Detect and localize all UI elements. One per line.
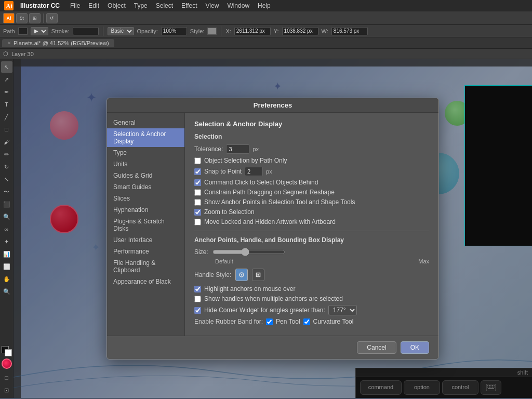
rect-tool[interactable]: □	[1, 124, 12, 135]
red-circle-indicator	[2, 358, 12, 369]
pref-item-user-interface[interactable]: User Interface	[107, 234, 184, 246]
x-input[interactable]	[234, 27, 271, 35]
menu-window[interactable]: Window	[223, 1, 253, 10]
rubber-band-row: Enable Rubber Band for: Pen Tool Curvatu…	[194, 318, 429, 325]
rotate-tool[interactable]: ↻	[1, 161, 12, 172]
pref-selection-subtitle: Selection	[194, 133, 429, 140]
show-handles-label[interactable]: Show handles when multiple anchors are s…	[204, 295, 343, 302]
menu-edit[interactable]: Edit	[85, 1, 103, 10]
handle-style-btn-2[interactable]	[252, 269, 264, 281]
menu-select[interactable]: Select	[152, 1, 177, 10]
menu-view[interactable]: View	[202, 1, 223, 10]
pen-tool-label[interactable]: Pen Tool	[276, 318, 300, 325]
blend-tool[interactable]: ∞	[1, 223, 12, 235]
pref-item-general[interactable]: General	[107, 117, 184, 128]
toolbar-btn-1[interactable]: Ai	[3, 13, 15, 23]
curvature-tool-checkbox[interactable]	[303, 318, 310, 325]
pref-item-guides-grid[interactable]: Guides & Grid	[107, 170, 184, 181]
pref-item-performance[interactable]: Performance	[107, 246, 184, 257]
pref-item-plug-ins[interactable]: Plug-ins & Scratch Disks	[107, 216, 184, 234]
highlight-anchors-checkbox[interactable]	[194, 286, 201, 292]
pen-tool-checkbox[interactable]	[266, 318, 273, 325]
constrain-path-label[interactable]: Constrain Path Dragging on Segment Resha…	[204, 189, 335, 196]
highlight-anchors-label[interactable]: Highlight anchors on mouse over	[204, 285, 295, 292]
y-input[interactable]	[282, 27, 318, 35]
document-tab[interactable]: ✕ Planets.ai* @ 41.52% (RGB/Preview)	[2, 39, 114, 47]
eyedropper-tool[interactable]: 🔍	[1, 211, 12, 222]
symbol-tool[interactable]: ✦	[1, 236, 12, 247]
draw-normal-mode[interactable]: □	[1, 372, 12, 383]
menu-object[interactable]: Object	[104, 1, 129, 10]
pref-item-units[interactable]: Units	[107, 158, 184, 170]
menu-help[interactable]: Help	[254, 1, 274, 10]
pref-item-type[interactable]: Type	[107, 147, 184, 158]
show-handles-checkbox[interactable]	[194, 296, 201, 302]
snap-point-row: Snap to Point px	[194, 167, 429, 176]
artboard-tool[interactable]: ⬜	[1, 261, 12, 272]
pref-item-appearance[interactable]: Appearance of Black	[107, 276, 184, 287]
cmd-click-checkbox[interactable]	[194, 179, 201, 186]
fill-swatch[interactable]	[18, 28, 28, 35]
pref-item-file-handling[interactable]: File Handling & Clipboard	[107, 257, 184, 276]
selection-tool[interactable]: ↖	[1, 61, 12, 73]
line-tool[interactable]: ╱	[1, 111, 12, 123]
cancel-button[interactable]: Cancel	[357, 341, 396, 354]
snap-point-checkbox[interactable]	[194, 168, 201, 175]
scale-tool[interactable]: ⤡	[1, 174, 12, 185]
size-label: Size:	[194, 248, 208, 256]
pref-item-smart-guides[interactable]: Smart Guides	[107, 181, 184, 193]
move-locked-label[interactable]: Move Locked and Hidden Artwork with Artb…	[204, 218, 336, 225]
constrain-path-checkbox[interactable]	[194, 189, 201, 196]
corner-angle-select[interactable]: 177° 160° 150°	[328, 305, 357, 315]
gradient-tool[interactable]: ⬛	[1, 198, 12, 210]
zoom-sel-checkbox[interactable]	[194, 209, 201, 216]
obj-sel-path-checkbox[interactable]	[194, 157, 201, 164]
pencil-tool[interactable]: ✏	[1, 149, 12, 160]
menu-effect[interactable]: Effect	[178, 1, 201, 10]
pen-tool[interactable]: ✒	[1, 86, 12, 98]
divider-1	[194, 231, 429, 231]
warp-tool[interactable]: 〜	[1, 186, 12, 197]
stroke-select[interactable]: ▶	[31, 27, 48, 35]
size-slider-row: Size:	[194, 248, 429, 256]
hide-corner-checkbox[interactable]	[194, 307, 201, 314]
snap-point-input[interactable]	[245, 167, 263, 176]
pref-item-slices[interactable]: Slices	[107, 193, 184, 204]
column-graph-tool[interactable]: 📊	[1, 248, 12, 260]
move-locked-checkbox[interactable]	[194, 219, 201, 225]
show-anchor-checkbox[interactable]	[194, 199, 201, 206]
opacity-input[interactable]	[161, 27, 187, 35]
ok-button[interactable]: OK	[401, 341, 429, 354]
pref-item-selection-anchor[interactable]: Selection & Anchor Display	[107, 128, 184, 147]
color-swatches[interactable]	[2, 346, 12, 356]
size-slider[interactable]	[212, 248, 285, 256]
draw-inside-mode[interactable]: ⊡	[1, 384, 12, 396]
hide-corner-label[interactable]: Hide Corner Widget for angles greater th…	[204, 307, 325, 314]
pref-item-hyphenation[interactable]: Hyphenation	[107, 204, 184, 216]
curvature-tool-label[interactable]: Curvature Tool	[313, 318, 354, 325]
zoom-tool[interactable]: 🔍	[1, 286, 12, 297]
stroke-input[interactable]	[73, 27, 99, 35]
menu-type[interactable]: Type	[130, 1, 151, 10]
show-anchor-label[interactable]: Show Anchor Points in Selection Tool and…	[204, 198, 355, 206]
anchor-section-title: Anchor Points, Handle, and Bounding Box …	[194, 236, 429, 244]
type-tool[interactable]: T	[1, 99, 12, 110]
menu-bar: Ai Illustrator CC File Edit Object Type …	[0, 0, 532, 11]
toolbar-btn-3[interactable]: ⊞	[29, 13, 41, 23]
w-input[interactable]	[331, 27, 368, 35]
cmd-click-label[interactable]: Command Click to Select Objects Behind	[204, 179, 318, 186]
direct-selection-tool[interactable]: ↗	[1, 74, 12, 85]
handle-style-btn-1[interactable]	[235, 269, 248, 281]
zoom-sel-label[interactable]: Zoom to Selection	[204, 208, 255, 216]
tab-close[interactable]: ✕	[7, 41, 11, 46]
menu-file[interactable]: File	[66, 1, 84, 10]
highlight-anchors-row: Highlight anchors on mouse over	[194, 285, 429, 292]
paintbrush-tool[interactable]: 🖌	[1, 136, 12, 148]
tolerance-input[interactable]	[226, 144, 249, 154]
toolbar-btn-2[interactable]: 5t	[16, 13, 28, 23]
stroke-style-select[interactable]: Basic	[108, 27, 134, 35]
style-swatch[interactable]	[207, 28, 217, 35]
toolbar-btn-4[interactable]: ↺	[46, 13, 58, 23]
hand-tool[interactable]: ✋	[1, 273, 12, 285]
obj-sel-path-label[interactable]: Object Selection by Path Only	[204, 157, 287, 164]
